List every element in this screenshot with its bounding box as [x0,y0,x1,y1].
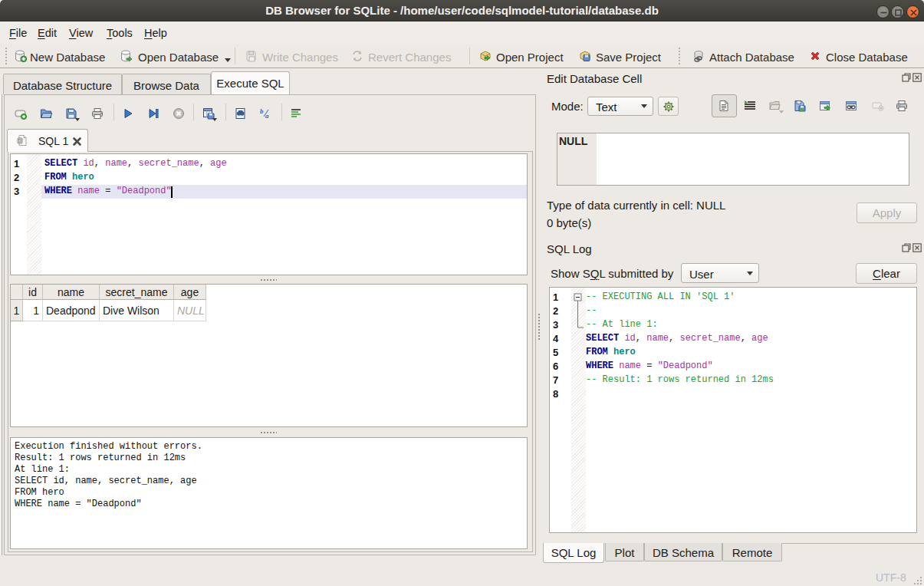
svg-text:b: b [260,107,264,115]
